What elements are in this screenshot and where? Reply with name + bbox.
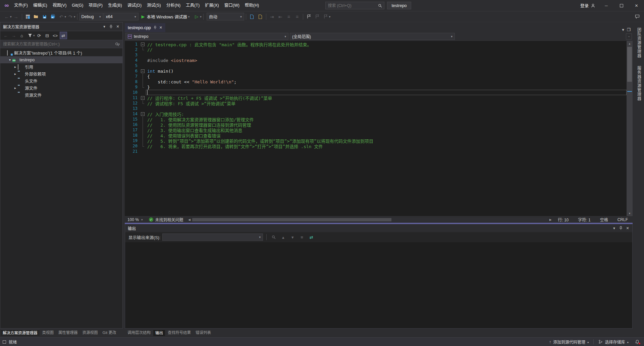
code-line[interactable]: 1−// testrepo.cpp : 此文件包含 "main" 函数。程序执行… (125, 42, 627, 47)
horizontal-scroll-track[interactable] (192, 218, 548, 222)
pin-icon[interactable] (618, 225, 624, 231)
spaces-indicator[interactable]: 空格 (595, 217, 613, 222)
bottom-panel-tab-0[interactable]: 调用层次结构 (125, 329, 153, 336)
startup-item-combo[interactable]: 自动 ▾ (207, 13, 244, 20)
toggle-word-wrap-icon[interactable]: ⇄ (308, 233, 315, 241)
scrollbar-thumb[interactable] (627, 47, 632, 82)
line-indicator[interactable]: 行: 10 (553, 217, 573, 222)
code-line[interactable]: 6−int main() (125, 68, 627, 74)
window-position-chevron-icon[interactable]: ▾ (611, 225, 618, 231)
redo-icon[interactable]: ↷ (66, 12, 74, 21)
uncomment-selection-icon[interactable]: ≡ (293, 12, 301, 21)
close-panel-icon[interactable]: ✕ (114, 23, 121, 30)
clear-all-icon[interactable]: ≡ (298, 233, 306, 241)
tree-item-solution[interactable]: 解决方案"testrepo"(1 个项目/共 1 个) (0, 49, 122, 56)
editor-vertical-scrollbar[interactable]: ▴ ▾ (627, 41, 633, 216)
solution-explorer-title-bar[interactable]: 解决方案资源管理器 ▾ ✕ (0, 22, 122, 31)
bottom-panel-tab-2[interactable]: 查找符号结果 (166, 329, 193, 336)
window-position-chevron-icon[interactable]: ▾ (101, 23, 108, 30)
code-line[interactable]: 12// 调试程序: F5 或调试 >“开始调试”菜单 (125, 100, 627, 106)
comment-selection-icon[interactable]: ≡ (285, 12, 293, 21)
pin-icon[interactable] (108, 23, 114, 30)
add-to-source-control-button[interactable]: ↑ 添加到源代码管理 ▴ (546, 338, 592, 346)
background-tasks-icon[interactable] (3, 340, 6, 344)
output-title-bar[interactable]: 输出 ▾ ✕ (125, 224, 632, 232)
start-without-debugging-icon[interactable]: ▷ (193, 12, 201, 21)
left-panel-tab-1[interactable]: 类视图 (40, 329, 56, 336)
expander-icon[interactable]: ▸ (13, 65, 17, 69)
collapse-region-icon[interactable]: − (141, 69, 145, 73)
menu-item[interactable]: 文件(F) (11, 0, 31, 11)
menu-item[interactable]: 测试(S) (144, 0, 164, 11)
collapse-region-icon[interactable]: − (141, 96, 145, 100)
scroll-right-icon[interactable]: ▶ (548, 218, 553, 221)
code-line[interactable]: 5 (125, 63, 627, 68)
se-back-icon[interactable]: ← (2, 32, 9, 39)
left-panel-tab-0[interactable]: 解决方案资源管理器 (1, 329, 40, 336)
code-line[interactable]: 2// (125, 47, 627, 52)
document-health-indicator[interactable]: ✓ 未找到相关问题 (146, 217, 187, 222)
left-panel-tab-4[interactable]: Git 更改 (101, 329, 118, 336)
code-line[interactable]: 13 (125, 106, 627, 111)
minimize-button[interactable]: ─ (599, 0, 614, 11)
bookmark-previous-icon[interactable] (313, 12, 321, 21)
start-debug-dropdown-icon[interactable]: ▾ (188, 15, 190, 18)
bookmark-next-icon[interactable] (322, 12, 330, 21)
se-forward-icon[interactable]: → (10, 32, 17, 39)
expander-icon[interactable]: ▸ (13, 72, 17, 76)
se-filter-dropdown-icon[interactable]: ▾ (33, 34, 35, 37)
menu-item[interactable]: 帮助(H) (242, 0, 262, 11)
code-line[interactable]: 20// 6. 将来，若要再次打开此项目，请转到“文件”>“打开”>“项目”并选… (125, 143, 627, 149)
tree-item-resource-files[interactable]: 资源文件 (0, 91, 122, 98)
scroll-left-icon[interactable]: ◀ (187, 218, 192, 221)
line-outdent-icon[interactable]: ⇤ (276, 12, 284, 21)
expander-icon[interactable]: ▸ (13, 86, 17, 90)
tab-pin-icon[interactable] (153, 26, 157, 29)
add-new-item-icon[interactable] (256, 12, 264, 21)
solution-platform-combo[interactable]: x64 ▾ (104, 13, 139, 20)
navigate-forward-icon[interactable]: → (12, 12, 20, 21)
bottom-panel-tab-1[interactable]: 输出 (153, 329, 165, 336)
menu-item[interactable]: 视图(V) (50, 0, 69, 11)
se-sync-with-active-document-icon[interactable]: ⇄ (60, 32, 67, 39)
find-message-icon[interactable] (270, 233, 277, 241)
solution-explorer-search-box[interactable]: ▾ (0, 40, 122, 48)
navigate-back-icon[interactable]: ← (3, 12, 11, 21)
notifications-button[interactable] (633, 338, 641, 346)
toolbar-overflow-chevron-icon[interactable]: ▾ (329, 15, 331, 18)
tab-close-icon[interactable]: ✕ (159, 25, 162, 30)
eol-indicator[interactable]: CRLF (613, 217, 633, 222)
quick-search-input[interactable] (328, 3, 378, 8)
se-collapse-all-icon[interactable]: ⊟ (44, 32, 51, 39)
menu-item[interactable]: 生成(B) (105, 0, 125, 11)
navigate-back-dropdown-icon[interactable]: ▾ (10, 15, 12, 18)
active-files-chevron-icon[interactable]: ▾ (622, 27, 624, 32)
sign-in-button[interactable]: 登录 (577, 0, 599, 11)
se-refresh-icon[interactable]: ⟳ (36, 32, 43, 39)
code-line[interactable]: 8 std::cout << "Hello World!\n"; (125, 79, 627, 84)
document-tab-testrepo-cpp[interactable]: testrepo.cpp ✕ (125, 23, 165, 32)
float-window-icon[interactable]: ❐ (627, 27, 631, 32)
right-auto-hide-tab-0[interactable]: 团队资源管理器 (636, 26, 642, 59)
output-content[interactable] (125, 242, 632, 328)
scrollbar-down-icon[interactable]: ▾ (627, 211, 633, 216)
code-line[interactable]: 3 (125, 52, 627, 58)
collapse-region-icon[interactable]: − (141, 112, 145, 116)
se-home-icon[interactable]: ⌂ (18, 32, 25, 39)
horizontal-scroll-thumb[interactable] (192, 218, 391, 221)
editor-horizontal-scrollbar[interactable]: ◀ ▶ (187, 216, 553, 223)
undo-dropdown-icon[interactable]: ▾ (65, 15, 66, 18)
project-scope-combo[interactable]: ++ testrepo ▾ (125, 33, 288, 40)
search-options-chevron-icon[interactable]: ▾ (118, 43, 120, 46)
left-panel-tab-2[interactable]: 属性管理器 (56, 329, 80, 336)
save-all-icon[interactable] (49, 12, 57, 21)
zoom-combo[interactable]: 100 % ▾ (125, 216, 146, 223)
scrollbar-up-icon[interactable]: ▴ (627, 41, 633, 46)
quick-search-box[interactable] (325, 2, 384, 9)
collapse-region-icon[interactable]: − (141, 43, 145, 46)
menu-item[interactable]: 调试(D) (125, 0, 144, 11)
next-message-icon[interactable]: ▾ (289, 233, 296, 241)
menu-item[interactable]: 编辑(E) (31, 0, 50, 11)
close-panel-icon[interactable]: ✕ (624, 225, 631, 231)
redo-dropdown-icon[interactable]: ▾ (74, 15, 75, 18)
